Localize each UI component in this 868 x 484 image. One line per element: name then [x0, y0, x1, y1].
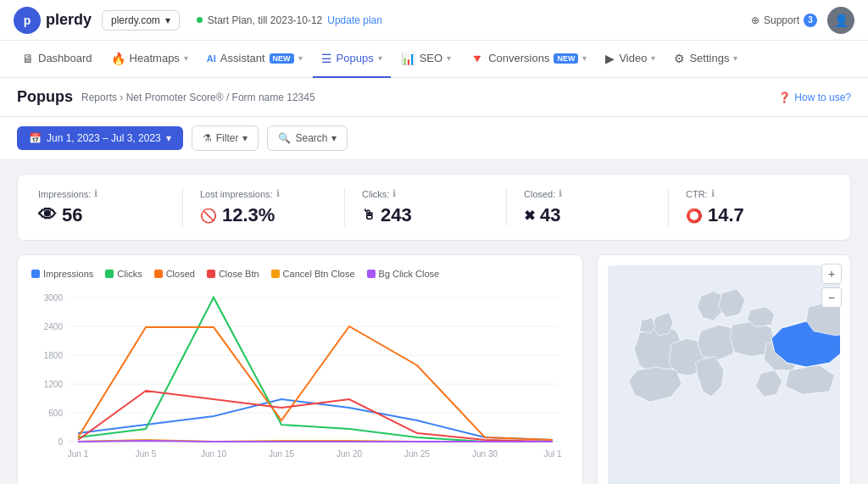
- legend-close-btn-label: Close Btn: [219, 269, 259, 279]
- plan-text: Start Plan, till 2023-10-12: [208, 14, 322, 26]
- search-button[interactable]: 🔍 Search ▾: [267, 125, 348, 151]
- svg-text:Jun 30: Jun 30: [472, 449, 498, 459]
- stat-lost-label: Lost impressions: ℹ: [200, 188, 327, 199]
- logo-text: plerdy: [46, 11, 92, 29]
- search-label: Search: [295, 132, 327, 144]
- plan-info: Start Plan, till 2023-10-12 Update plan: [197, 14, 382, 26]
- top-bar: p plerdy plerdy.com ▾ Start Plan, till 2…: [0, 0, 868, 41]
- nav-bar: 🖥 Dashboard 🔥 Heatmaps ▾ AI Assistant NE…: [0, 41, 868, 78]
- legend-impressions-label: Impressions: [43, 269, 93, 279]
- nav-item-conversions[interactable]: 🔻 Conversions NEW ▾: [461, 41, 595, 78]
- update-plan-link[interactable]: Update plan: [327, 14, 382, 26]
- map-zoom-out-button[interactable]: −: [821, 287, 842, 308]
- nav-label-settings: Settings: [689, 52, 729, 64]
- svg-text:Jun 5: Jun 5: [136, 449, 157, 459]
- date-range-button[interactable]: 📅 Jun 1, 2023 – Jul 3, 2023 ▾: [17, 126, 183, 150]
- svg-text:1800: 1800: [44, 351, 64, 360]
- ctr-icon: ⭕: [686, 208, 703, 224]
- avatar[interactable]: 👤: [827, 7, 854, 34]
- filter-label: Filter: [216, 132, 239, 144]
- domain-selector[interactable]: plerdy.com ▾: [102, 10, 180, 31]
- info-icon: ℹ: [94, 188, 97, 199]
- stat-closed: Closed: ℹ ✖ 43: [507, 188, 669, 226]
- assistant-new-badge: NEW: [270, 53, 294, 64]
- dashboard-icon: 🖥: [22, 52, 34, 65]
- conversions-icon: 🔻: [470, 52, 484, 65]
- nav-item-video[interactable]: ▶ Video ▾: [597, 41, 664, 78]
- stat-ctr: CTR: ℹ ⭕ 14.7: [669, 188, 830, 226]
- eye-icon: 👁: [38, 204, 57, 226]
- nav-item-heatmaps[interactable]: 🔥 Heatmaps ▾: [103, 41, 197, 78]
- page-title: Popups: [17, 88, 73, 106]
- legend-closed: Closed: [154, 269, 195, 279]
- filter-icon: ⚗: [203, 132, 212, 144]
- lost-icon: 🚫: [200, 208, 217, 224]
- chevron-down-icon: ▾: [378, 53, 382, 63]
- date-range-label: Jun 1, 2023 – Jul 3, 2023: [47, 132, 161, 144]
- video-icon: ▶: [605, 52, 615, 65]
- chevron-down-icon: ▾: [166, 132, 171, 144]
- line-chart: 3000 2400 1800 1200 600 0 Jun 1 Jun 5 Ju…: [31, 289, 569, 476]
- popups-icon: ☰: [321, 52, 332, 65]
- svg-text:Jun 1: Jun 1: [68, 449, 89, 459]
- chevron-down-icon: ▾: [582, 53, 587, 63]
- seo-icon: 📊: [401, 52, 415, 65]
- zoom-out-icon: −: [828, 291, 835, 304]
- stat-lost-impressions: Lost impressions: ℹ 🚫 12.3%: [183, 188, 345, 226]
- how-to-use-link[interactable]: ❓ How to use?: [778, 92, 851, 103]
- support-icon: ⊕: [751, 14, 760, 26]
- support-button[interactable]: ⊕ Support 3: [751, 14, 817, 27]
- legend-bg-click-label: Bg Click Close: [379, 269, 440, 279]
- conversions-new-badge: NEW: [554, 53, 578, 64]
- legend-cancel-btn: Cancel Btn Close: [271, 269, 355, 279]
- legend-close-btn-dot: [207, 270, 215, 278]
- nav-item-dashboard[interactable]: 🖥 Dashboard: [14, 41, 101, 78]
- legend-impressions: Impressions: [31, 269, 93, 279]
- chart-card: Impressions Clicks Closed Close Btn Canc…: [17, 254, 583, 484]
- filter-button[interactable]: ⚗ Filter ▾: [192, 125, 259, 151]
- info-icon: ℹ: [559, 188, 562, 199]
- legend-cancel-btn-dot: [271, 270, 280, 278]
- legend-closed-dot: [154, 270, 163, 278]
- nav-item-settings[interactable]: ⚙ Settings ▾: [665, 41, 746, 78]
- heatmaps-icon: 🔥: [111, 52, 125, 65]
- main-content: Impressions Clicks Closed Close Btn Canc…: [0, 254, 868, 484]
- nav-item-seo[interactable]: 📊 SEO ▾: [392, 41, 459, 78]
- legend-bg-click: Bg Click Close: [367, 269, 440, 279]
- legend-impressions-dot: [31, 270, 40, 278]
- svg-text:Jun 10: Jun 10: [201, 449, 226, 459]
- stat-ctr-label: CTR: ℹ: [686, 188, 813, 199]
- breadcrumb: Reports › Net Promoter Score® / Form nam…: [81, 92, 315, 103]
- nav-label-seo: SEO: [420, 52, 442, 64]
- nav-item-assistant[interactable]: AI Assistant NEW ▾: [198, 41, 311, 78]
- svg-text:3000: 3000: [44, 293, 64, 303]
- assistant-icon: AI: [207, 53, 216, 64]
- svg-text:Jun 20: Jun 20: [337, 449, 362, 459]
- map-card: + −: [597, 254, 851, 484]
- chart-area: 3000 2400 1800 1200 600 0 Jun 1 Jun 5 Ju…: [31, 289, 569, 476]
- info-icon: ℹ: [711, 188, 715, 199]
- svg-text:600: 600: [48, 409, 63, 418]
- chevron-down-icon: ▾: [447, 53, 451, 63]
- map-zoom-in-button[interactable]: +: [821, 264, 842, 284]
- svg-text:1200: 1200: [44, 380, 64, 389]
- svg-text:Jun 15: Jun 15: [269, 449, 294, 459]
- info-icon: ℹ: [392, 188, 396, 199]
- legend-cancel-btn-label: Cancel Btn Close: [283, 269, 355, 279]
- top-bar-right: ⊕ Support 3 👤: [751, 7, 854, 34]
- chevron-down-icon: ▾: [298, 53, 303, 63]
- stat-closed-label: Closed: ℹ: [524, 188, 651, 199]
- support-label: Support: [764, 14, 799, 26]
- stat-clicks-label: Clicks: ℹ: [362, 188, 489, 199]
- svg-text:0: 0: [58, 437, 63, 447]
- closed-icon: ✖: [524, 208, 535, 224]
- legend-bg-click-dot: [367, 270, 376, 278]
- click-icon: 🖱: [362, 208, 376, 223]
- stat-clicks: Clicks: ℹ 🖱 243: [345, 188, 507, 226]
- nav-item-popups[interactable]: ☰ Popups ▾: [313, 41, 391, 78]
- stat-lost-value: 🚫 12.3%: [200, 204, 327, 226]
- chevron-down-icon: ▾: [331, 132, 337, 144]
- nav-label-popups: Popups: [337, 52, 374, 64]
- nav-label-dashboard: Dashboard: [38, 52, 92, 64]
- zoom-in-icon: +: [828, 267, 835, 281]
